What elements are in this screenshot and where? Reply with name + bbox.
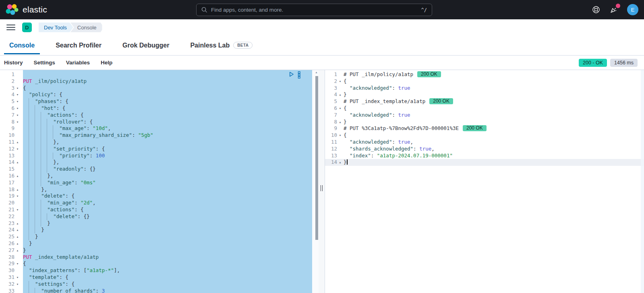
fold-toggle-icon[interactable]: ▾ bbox=[14, 85, 21, 92]
code-line-15[interactable]: 15"readonly": {} bbox=[0, 166, 312, 173]
code-line-21[interactable]: 21▾"actions": { bbox=[0, 206, 312, 213]
line-content[interactable]: "settings": { bbox=[23, 281, 312, 288]
code-line-13[interactable]: 13"priority": 100 bbox=[0, 153, 312, 159]
code-line-23[interactable]: 23▴} bbox=[0, 220, 312, 227]
fold-toggle-icon[interactable]: ▾ bbox=[14, 98, 21, 105]
line-content[interactable]: PUT _index_template/a1atp bbox=[23, 254, 312, 261]
line-content[interactable]: "max_primary_shard_size": "5gb" bbox=[23, 132, 312, 139]
code-line-29[interactable]: 29▾{ bbox=[0, 260, 312, 267]
tab-painless-lab[interactable]: Painless Lab BETA bbox=[185, 35, 258, 55]
code-line-10[interactable]: 10"max_primary_shard_size": "5gb" bbox=[0, 132, 312, 139]
request-options-button[interactable] bbox=[298, 71, 301, 78]
request-editor[interactable]: 12PUT _ilm/policy/a1atp3▾{4▾"policy": {5… bbox=[0, 70, 319, 293]
line-content[interactable]: "min_age": "0ms" bbox=[23, 180, 312, 186]
fold-toggle-icon[interactable]: ▾ bbox=[337, 105, 343, 112]
panel-resizer-handle[interactable] bbox=[319, 70, 325, 293]
code-line-14[interactable]: 14▴}, bbox=[0, 159, 312, 166]
code-line-27[interactable]: 27▴} bbox=[0, 247, 312, 254]
fold-toggle-icon[interactable]: ▾ bbox=[14, 260, 21, 267]
fold-toggle-icon[interactable]: ▾ bbox=[14, 105, 21, 112]
response-scrollbar[interactable] bbox=[641, 70, 644, 293]
news-button[interactable] bbox=[609, 5, 618, 14]
line-content[interactable]: "min_age": "2d", bbox=[23, 200, 312, 206]
line-content[interactable]: } bbox=[23, 220, 312, 227]
line-content[interactable]: } bbox=[344, 91, 644, 98]
fold-toggle-icon[interactable]: ▾ bbox=[337, 78, 343, 85]
code-line-8[interactable]: 8▾"rollover": { bbox=[0, 119, 312, 126]
line-content[interactable]: { bbox=[344, 78, 644, 85]
fold-toggle-icon[interactable]: ▴ bbox=[337, 119, 343, 126]
code-line-7[interactable]: 7▾"actions": { bbox=[0, 112, 312, 119]
code-line-12[interactable]: 12▾"set_priority": { bbox=[0, 146, 312, 153]
breadcrumb-dev-tools[interactable]: Dev Tools bbox=[39, 23, 73, 32]
response-code[interactable]: 1# PUT _ilm/policy/a1atp200 OK2▾{3"ackno… bbox=[325, 70, 644, 166]
code-line-7[interactable]: 7"acknowledged": true bbox=[325, 112, 644, 119]
code-line-18[interactable]: 18▴}, bbox=[0, 186, 312, 193]
fold-toggle-icon[interactable]: ▴ bbox=[337, 91, 343, 98]
fold-toggle-icon[interactable]: ▾ bbox=[14, 91, 21, 98]
line-content[interactable]: } bbox=[23, 233, 312, 240]
editor-scrollbar[interactable]: ▲ bbox=[312, 70, 319, 293]
fold-toggle-icon[interactable]: ▾ bbox=[14, 281, 21, 288]
fold-toggle-icon[interactable]: ▴ bbox=[14, 233, 21, 240]
code-line-16[interactable]: 16▴}, bbox=[0, 173, 312, 180]
line-content[interactable]: "priority": 100 bbox=[23, 153, 312, 159]
fold-toggle-icon[interactable]: ▾ bbox=[337, 132, 343, 139]
menu-variables[interactable]: Variables bbox=[66, 60, 90, 66]
line-content[interactable]: "delete": {} bbox=[23, 213, 312, 220]
fold-toggle-icon[interactable]: ▾ bbox=[14, 112, 21, 119]
line-content[interactable]: "hot": { bbox=[23, 105, 312, 112]
line-content[interactable]: } bbox=[23, 227, 312, 233]
fold-toggle-icon[interactable]: ▴ bbox=[14, 220, 21, 227]
code-line-5[interactable]: 5# PUT _index_template/a1atp200 OK bbox=[325, 98, 644, 105]
fold-toggle-icon[interactable]: ▴ bbox=[14, 186, 21, 193]
code-line-4[interactable]: 4▾"policy": { bbox=[0, 91, 312, 98]
scroll-up-icon[interactable]: ▲ bbox=[315, 71, 318, 74]
menu-toggle-button[interactable] bbox=[6, 25, 15, 30]
send-request-button[interactable] bbox=[288, 71, 294, 77]
line-content[interactable]: "acknowledged": true bbox=[344, 112, 644, 119]
code-line-22[interactable]: 22"delete": {} bbox=[0, 213, 312, 220]
line-content[interactable]: "shards_acknowledged": true, bbox=[344, 146, 644, 153]
fold-toggle-icon[interactable]: ▴ bbox=[337, 159, 343, 166]
code-line-3[interactable]: 3"acknowledged": true bbox=[325, 85, 644, 92]
code-line-19[interactable]: 19▾"delete": { bbox=[0, 193, 312, 200]
code-line-33[interactable]: 33"number_of_shards": 3 bbox=[0, 288, 312, 293]
code-line-25[interactable]: 25▴} bbox=[0, 233, 312, 240]
space-avatar[interactable]: D bbox=[22, 23, 32, 32]
line-content[interactable]: }, bbox=[23, 159, 312, 166]
line-content[interactable]: "policy": { bbox=[23, 91, 312, 98]
line-content[interactable]: { bbox=[23, 260, 312, 267]
line-content[interactable]: "actions": { bbox=[23, 206, 312, 213]
line-content[interactable]: }, bbox=[23, 186, 312, 193]
code-line-6[interactable]: 6▾"hot": { bbox=[0, 105, 312, 112]
line-content[interactable]: } bbox=[344, 159, 644, 166]
line-content[interactable]: # PUT %3Ca1atp-%7Bnow%2Fd%7D-000001%3E20… bbox=[344, 125, 644, 132]
elastic-logo[interactable]: elastic bbox=[0, 4, 47, 16]
code-line-4[interactable]: 4▴} bbox=[325, 91, 644, 98]
code-line-6[interactable]: 6▾{ bbox=[325, 105, 644, 112]
code-line-32[interactable]: 32▾"settings": { bbox=[0, 281, 312, 288]
code-line-13[interactable]: 13"index": "a1atp-2024.07.19-000001" bbox=[325, 153, 644, 159]
code-line-14[interactable]: 14▴} bbox=[325, 159, 644, 166]
help-button[interactable] bbox=[592, 5, 601, 14]
scrollbar-thumb[interactable] bbox=[315, 76, 318, 240]
fold-toggle-icon[interactable]: ▾ bbox=[14, 193, 21, 200]
code-line-8[interactable]: 8▴} bbox=[325, 119, 644, 126]
fold-toggle-icon[interactable]: ▴ bbox=[14, 139, 21, 146]
tab-search-profiler[interactable]: Search Profiler bbox=[50, 35, 107, 55]
line-content[interactable]: { bbox=[344, 105, 644, 112]
line-content[interactable]: "set_priority": { bbox=[23, 146, 312, 153]
code-line-31[interactable]: 31▾"template": { bbox=[0, 274, 312, 281]
fold-toggle-icon[interactable]: ▾ bbox=[14, 146, 21, 153]
response-viewer[interactable]: 1# PUT _ilm/policy/a1atp200 OK2▾{3"ackno… bbox=[325, 70, 644, 293]
code-line-24[interactable]: 24▴} bbox=[0, 227, 312, 233]
menu-settings[interactable]: Settings bbox=[34, 60, 55, 66]
fold-toggle-icon[interactable]: ▴ bbox=[14, 240, 21, 247]
line-content[interactable]: "index": "a1atp-2024.07.19-000001" bbox=[344, 153, 644, 159]
line-content[interactable]: { bbox=[344, 132, 644, 139]
line-content[interactable]: "max_age": "10d", bbox=[23, 125, 312, 132]
code-line-28[interactable]: 28PUT _index_template/a1atp bbox=[0, 254, 312, 261]
line-content[interactable]: } bbox=[23, 240, 312, 247]
line-content[interactable]: "template": { bbox=[23, 274, 312, 281]
